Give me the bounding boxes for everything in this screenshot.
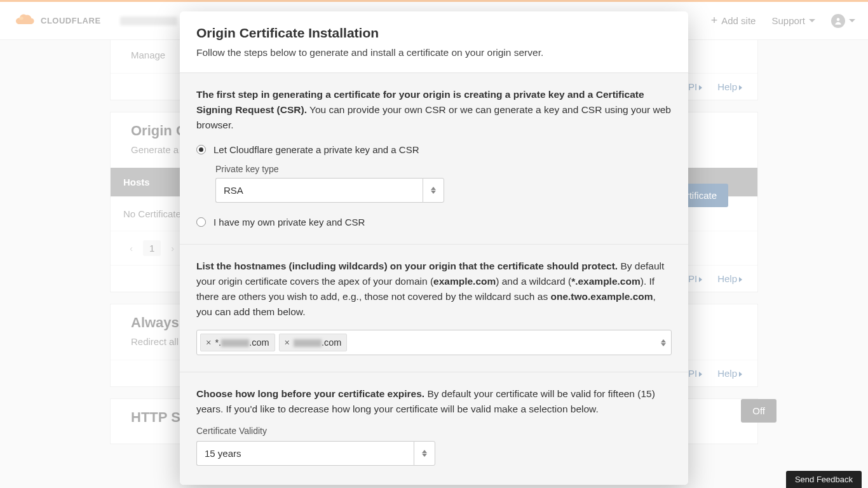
chevron-right-icon — [699, 85, 702, 90]
https-toggle[interactable]: Off — [741, 399, 776, 423]
cloud-icon — [13, 11, 39, 31]
chevron-right-icon — [699, 277, 702, 282]
user-icon — [831, 14, 845, 28]
modal-subtitle: Follow the steps below to generate and i… — [196, 47, 672, 58]
radio-icon-unchecked — [196, 217, 206, 227]
support-label: Support — [771, 15, 805, 26]
modal-title: Origin Certificate Installation — [196, 25, 672, 41]
help-link[interactable]: Help — [717, 368, 742, 379]
chevron-right-icon — [739, 277, 742, 282]
user-menu[interactable] — [831, 14, 855, 28]
hostnames-dropdown-handle[interactable] — [661, 339, 666, 346]
step-csr-section: The first step in generating a certifica… — [180, 72, 688, 244]
svg-point-0 — [19, 17, 24, 20]
add-site-label: Add site — [721, 15, 756, 26]
certificate-validity-select[interactable]: 15 years — [196, 441, 435, 466]
hostname-tag: × .com — [279, 334, 348, 351]
radio-own-label: I have my own private key and CSR — [214, 217, 365, 227]
radio-icon-checked — [196, 145, 206, 154]
plus-icon: + — [711, 14, 718, 27]
radio-generate-label: Let Cloudflare generate a private key an… — [214, 144, 419, 155]
private-key-type-label: Private key type — [215, 164, 672, 174]
hostname-tag: × *..com — [200, 334, 275, 351]
remove-tag-icon[interactable]: × — [206, 337, 211, 348]
origin-certificate-modal: Origin Certificate Installation Follow t… — [180, 11, 688, 485]
pager-next[interactable]: › — [165, 240, 180, 256]
svg-point-1 — [837, 18, 840, 21]
chevron-right-icon — [739, 85, 742, 90]
add-site-button[interactable]: + Add site — [711, 14, 756, 27]
radio-own-csr[interactable]: I have my own private key and CSR — [196, 217, 672, 227]
step-validity-section: Choose how long before your certificate … — [180, 372, 688, 485]
step3-text: Choose how long before your certificate … — [196, 386, 672, 417]
remove-tag-icon[interactable]: × — [285, 337, 290, 348]
site-selector[interactable] — [120, 17, 177, 25]
help-link[interactable]: Help — [717, 81, 742, 92]
certificate-validity-label: Certificate Validity — [196, 426, 672, 436]
pager-page-1[interactable]: 1 — [143, 240, 161, 256]
chevron-down-icon — [431, 191, 436, 194]
hosts-column-header: Hosts — [123, 177, 150, 187]
select-stepper[interactable] — [414, 441, 435, 466]
step-hostnames-section: List the hostnames (including wildcards)… — [180, 244, 688, 372]
chevron-down-icon — [809, 19, 815, 22]
chevron-right-icon — [699, 372, 702, 377]
step1-text: The first step in generating a certifica… — [196, 87, 672, 133]
chevron-down-icon — [849, 19, 855, 22]
help-link[interactable]: Help — [717, 273, 742, 284]
certificate-validity-value: 15 years — [196, 441, 414, 466]
step2-text: List the hostnames (including wildcards)… — [196, 259, 672, 320]
chevron-up-icon — [661, 339, 666, 342]
hostnames-input[interactable]: × *..com × .com — [196, 330, 672, 355]
chevron-up-icon — [422, 450, 427, 453]
empty-state: No Certificates. — [123, 208, 189, 219]
send-feedback-button[interactable]: Send Feedback — [786, 471, 862, 488]
chevron-down-icon — [422, 454, 427, 457]
chevron-right-icon — [739, 372, 742, 377]
cloudflare-logo[interactable]: CLOUDFLARE — [13, 11, 101, 31]
select-stepper[interactable] — [423, 178, 444, 203]
pager-prev[interactable]: ‹ — [123, 240, 139, 256]
support-menu[interactable]: Support — [771, 15, 815, 26]
logo-text: CLOUDFLARE — [41, 16, 101, 25]
private-key-type-select[interactable]: RSA — [215, 178, 444, 203]
radio-generate-csr[interactable]: Let Cloudflare generate a private key an… — [196, 144, 672, 155]
private-key-type-value: RSA — [215, 178, 423, 203]
chevron-up-icon — [431, 187, 436, 190]
chevron-down-icon — [661, 343, 666, 346]
